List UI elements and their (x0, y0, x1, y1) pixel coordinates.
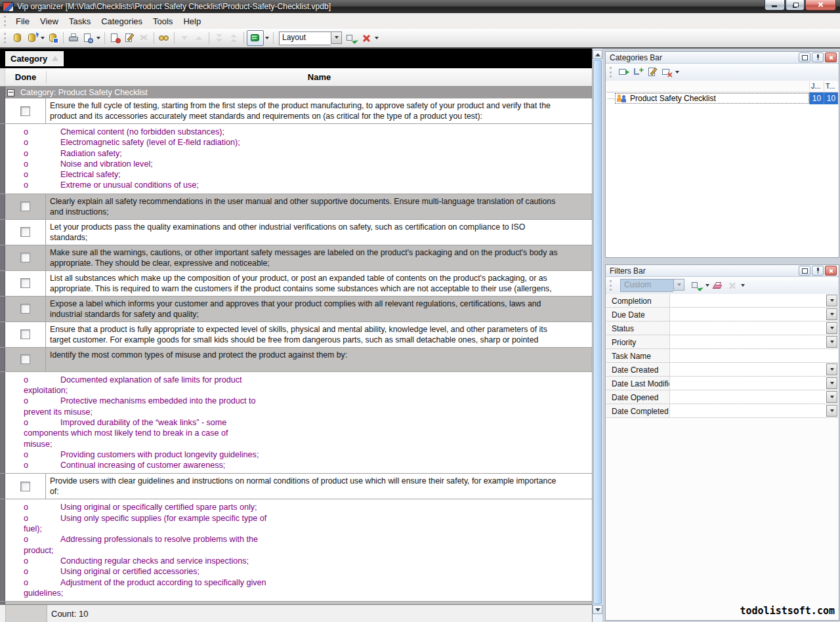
delete-category-dropdown-caret[interactable] (674, 65, 681, 79)
task-row[interactable]: Make sure all the warnings, cautions, or… (0, 245, 592, 271)
restore-button[interactable] (786, 0, 805, 10)
filter-dropdown-button[interactable] (826, 405, 837, 417)
subitem-text: Documented explanation of safe limits fo… (60, 375, 242, 384)
task-checkbox[interactable] (20, 201, 30, 211)
category-item-counts: 10 10 (809, 93, 838, 104)
filter-value-field[interactable] (670, 308, 838, 321)
subitem-line: oConducting regular checks and service i… (5, 556, 592, 566)
menu-item-help[interactable]: Help (178, 14, 206, 28)
edit-task-button[interactable] (122, 31, 136, 45)
toolbar-separator (104, 32, 105, 44)
chevron-down-icon (41, 37, 45, 39)
apply-filter-dropdown-caret[interactable] (704, 278, 711, 293)
categories-column-j[interactable]: J... (809, 81, 824, 92)
group-tab-category[interactable]: Category (5, 51, 64, 66)
task-name: Clearly explain all safety recommendatio… (46, 194, 592, 219)
filter-preset-combobox[interactable]: Custom (620, 279, 684, 292)
filter-dropdown-button[interactable] (826, 322, 837, 334)
category-list-item[interactable]: Product Safety Checklist 10 10 (606, 93, 838, 104)
print-preview-dropdown-caret[interactable] (95, 31, 102, 45)
minimize-button[interactable] (765, 0, 785, 10)
categories-pin-button[interactable] (812, 52, 824, 62)
categories-column-t[interactable]: T... (824, 81, 838, 92)
task-checkbox[interactable] (20, 354, 30, 364)
task-checkbox[interactable] (20, 304, 30, 314)
filter-value-field[interactable] (670, 335, 838, 348)
view-layout-button[interactable] (247, 30, 264, 46)
task-row[interactable]: Identify the most common types of misuse… (0, 348, 592, 372)
task-checkbox[interactable] (20, 329, 30, 339)
categories-close-button[interactable] (825, 52, 837, 62)
categories-restore-button[interactable] (799, 52, 810, 62)
menu-item-categories[interactable]: Categories (96, 14, 148, 28)
task-checkbox[interactable] (20, 278, 30, 288)
task-row[interactable]: Let your products pass the quality exami… (0, 220, 592, 245)
menu-item-view[interactable]: View (35, 14, 64, 28)
vertical-scrollbar[interactable] (593, 49, 602, 622)
scroll-down-button[interactable] (593, 605, 602, 614)
filters-restore-button[interactable] (799, 266, 810, 276)
add-subcategory-button[interactable] (631, 65, 645, 79)
open-database-button[interactable] (25, 31, 39, 45)
category-item-focus[interactable]: Product Safety Checklist (615, 93, 809, 104)
print-button[interactable] (66, 31, 81, 45)
menu-item-tasks[interactable]: Tasks (64, 14, 96, 28)
filter-value-field[interactable] (670, 321, 838, 335)
new-category-button[interactable] (616, 65, 631, 79)
filter-dropdown-button[interactable] (826, 308, 837, 320)
menu-item-tools[interactable]: Tools (148, 14, 178, 28)
filter-dropdown-button[interactable] (826, 391, 837, 403)
filter-value-field[interactable] (670, 363, 838, 376)
add-task-button[interactable] (108, 31, 122, 45)
filter-value-field[interactable] (670, 404, 838, 417)
task-checkbox[interactable] (20, 253, 30, 262)
task-row[interactable]: Provide users with clear guidelines and … (0, 474, 592, 499)
menu-item-file[interactable]: File (10, 14, 35, 28)
print-preview-button[interactable] (81, 31, 95, 45)
apply-layout-button[interactable] (345, 31, 359, 45)
delete-layout-dropdown-caret[interactable] (373, 31, 380, 45)
subitems-row[interactable]: oDocumented explanation of safe limits f… (0, 372, 592, 474)
task-row[interactable]: Expose a label which informs your custom… (0, 297, 592, 322)
close-button[interactable] (805, 0, 836, 10)
task-row[interactable]: Ensure the full cycle of testing, starti… (0, 98, 592, 124)
task-checkbox[interactable] (20, 482, 30, 491)
clear-filter-button[interactable] (711, 278, 725, 293)
filter-value-field[interactable] (670, 390, 838, 404)
task-checkbox[interactable] (20, 106, 30, 116)
subitems-row[interactable]: oUsing original or specifically certifie… (0, 499, 592, 602)
task-row[interactable]: Clearly explain all safety recommendatio… (0, 194, 592, 220)
new-database-button[interactable] (10, 31, 25, 45)
subitems-row[interactable]: oChemical content (no forbidden substanc… (0, 124, 592, 194)
task-row[interactable]: List all substances which make up the co… (0, 271, 592, 297)
apply-filter-button[interactable] (690, 278, 704, 293)
save-database-button[interactable] (46, 31, 60, 45)
view-layout-dropdown-caret[interactable] (264, 31, 270, 45)
filter-value-field[interactable] (670, 377, 838, 390)
filter-dropdown-button[interactable] (826, 336, 837, 348)
collapse-icon[interactable] (7, 89, 14, 96)
column-header-name[interactable]: Name (47, 72, 592, 82)
filter-value-field[interactable] (670, 294, 838, 307)
filter-preset-dropdown-button[interactable] (673, 279, 684, 291)
category-group-row[interactable]: Category: Product Safety Checklist (0, 87, 592, 99)
layout-combobox-dropdown-button[interactable] (331, 31, 342, 44)
filters-close-button[interactable] (825, 266, 837, 276)
scroll-up-button[interactable] (593, 50, 602, 59)
layout-combobox[interactable]: Layout (279, 31, 342, 45)
filters-pin-button[interactable] (812, 266, 824, 276)
filter-dropdown-button[interactable] (826, 377, 837, 389)
delete-layout-button[interactable] (359, 31, 373, 45)
filter-dropdown-button[interactable] (826, 295, 837, 306)
filter-value-field[interactable] (670, 349, 838, 362)
task-checkbox[interactable] (20, 227, 30, 237)
delete-category-button[interactable] (660, 65, 674, 79)
delete-filter-dropdown-caret[interactable] (740, 278, 746, 293)
scrollbar-thumb[interactable] (593, 60, 602, 604)
edit-category-button[interactable] (645, 65, 660, 79)
column-header-done[interactable]: Done (5, 72, 46, 82)
filter-dropdown-button[interactable] (826, 363, 837, 375)
find-button[interactable] (157, 31, 171, 45)
open-database-dropdown-caret[interactable] (39, 31, 46, 45)
task-row[interactable]: Ensure that a product is fully appropria… (0, 322, 592, 348)
